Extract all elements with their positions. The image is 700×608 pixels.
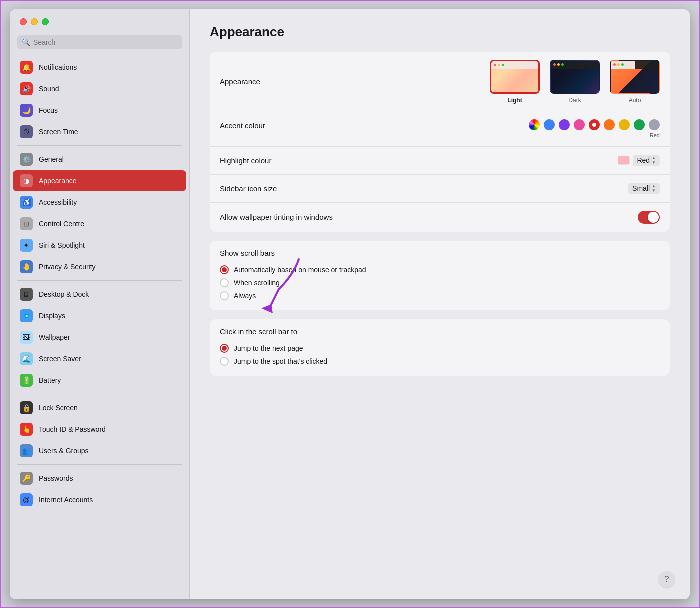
sidebar-item-label-screensaver: Screen Saver: [39, 355, 82, 363]
sidebar-item-focus[interactable]: 🌙Focus: [13, 100, 186, 121]
sidebar-item-users[interactable]: 👥Users & Groups: [13, 440, 186, 461]
sidebar-divider: [17, 280, 182, 281]
accent-dot-purple[interactable]: [559, 119, 570, 130]
page-title: Appearance: [210, 24, 670, 40]
scroll-bars-option-scrolling[interactable]: When scrolling: [220, 276, 660, 289]
radio-label-click-spot: Jump to the spot that's clicked: [234, 357, 328, 365]
sidebar-item-label-wallpaper: Wallpaper: [39, 333, 70, 341]
sidebar-item-notifications[interactable]: 🔔Notifications: [13, 57, 186, 78]
sidebar-item-general[interactable]: ⚙️General: [13, 149, 186, 170]
sidebar-divider: [17, 394, 182, 394]
radio-label-click-next: Jump to the next page: [234, 344, 304, 352]
appearance-option-auto[interactable]: Auto: [610, 60, 660, 104]
accent-dot-green[interactable]: [634, 119, 645, 130]
click-scroll-bar-section: Click in the scroll bar to Jump to the n…: [210, 319, 670, 376]
sidebar-item-controlcentre[interactable]: ⊡Control Centre: [13, 213, 186, 234]
sidebar-item-label-sound: Sound: [39, 85, 59, 93]
accent-dot-red[interactable]: [589, 119, 600, 130]
appearance-thumb-dark[interactable]: [550, 60, 600, 94]
accent-dot-pink[interactable]: [574, 119, 585, 130]
sidebar-item-label-internet: Internet Accounts: [39, 496, 93, 504]
sidebar-item-sound[interactable]: 🔊Sound: [13, 78, 186, 99]
accent-dot-blue[interactable]: [544, 119, 555, 130]
sidebar-divider: [17, 464, 182, 465]
sidebar-item-label-screentime: Screen Time: [39, 128, 78, 136]
sidebar-item-displays[interactable]: 💠Displays: [13, 305, 186, 326]
scroll-bars-option-auto[interactable]: Automatically based on mouse or trackpad: [220, 263, 660, 276]
appearance-option-light[interactable]: Light: [490, 60, 540, 104]
select-arrows-icon2: ▲ ▼: [652, 184, 656, 193]
scroll-bars-option-always[interactable]: Always: [220, 289, 660, 302]
close-button[interactable]: [20, 18, 27, 25]
sidebar-icon-size-select[interactable]: Small ▲ ▼: [628, 183, 660, 194]
system-settings-window: 🔍 🔔Notifications🔊Sound🌙Focus⏱Screen Time…: [10, 9, 690, 599]
highlight-control: Red ▲ ▼: [618, 155, 660, 166]
sidebar-item-siri[interactable]: ✦Siri & Spotlight: [13, 235, 186, 256]
sidebar-item-wallpaper[interactable]: 🖼Wallpaper: [13, 327, 186, 348]
appearance-thumb-auto[interactable]: [610, 60, 660, 94]
sidebar-item-screensaver[interactable]: 🌊Screen Saver: [13, 348, 186, 369]
help-button[interactable]: ?: [659, 571, 675, 587]
accent-dot-multicolor[interactable]: [529, 119, 540, 130]
search-bar[interactable]: 🔍: [17, 35, 182, 49]
sidebar-item-appearance[interactable]: ◑Appearance: [13, 170, 186, 191]
desktop-icon: 🖥: [20, 288, 33, 301]
radio-label-scrolling: When scrolling: [234, 279, 280, 287]
search-input[interactable]: [34, 38, 178, 46]
toggle-knob: [648, 212, 659, 223]
focus-icon: 🌙: [20, 104, 33, 117]
highlight-colour-select[interactable]: Red ▲ ▼: [633, 155, 660, 166]
sidebar-icon-size-value: Small: [632, 184, 650, 192]
fullscreen-button[interactable]: [42, 18, 49, 25]
help-icon: ?: [665, 575, 670, 584]
sidebar-item-accessibility[interactable]: ♿Accessibility: [13, 192, 186, 213]
sidebar-item-label-desktop: Desktop & Dock: [39, 290, 89, 298]
sound-icon: 🔊: [20, 82, 33, 95]
wallpaper-tinting-toggle[interactable]: [638, 211, 660, 224]
radio-btn-scrolling[interactable]: [220, 278, 229, 287]
select-arrows-icon: ▲ ▼: [652, 156, 656, 165]
radio-btn-always[interactable]: [220, 291, 229, 300]
sidebar-item-privacy[interactable]: 🤚Privacy & Security: [13, 256, 186, 277]
sidebar-item-lockscreen[interactable]: 🔒Lock Screen: [13, 397, 186, 418]
sidebar-item-label-touchid: Touch ID & Password: [39, 425, 106, 433]
sidebar-item-passwords[interactable]: 🔑Passwords: [13, 468, 186, 489]
sidebar-item-desktop[interactable]: 🖥Desktop & Dock: [13, 284, 186, 305]
sidebar-item-screentime[interactable]: ⏱Screen Time: [13, 121, 186, 142]
radio-btn-click-spot[interactable]: [220, 357, 229, 366]
sidebar-item-label-focus: Focus: [39, 106, 58, 114]
sidebar-item-label-lockscreen: Lock Screen: [39, 404, 78, 412]
accent-dot-orange[interactable]: [604, 119, 615, 130]
highlight-colour-row: Highlight colour Red ▲ ▼: [210, 147, 670, 175]
accent-dot-yellow[interactable]: [619, 119, 630, 130]
sidebar-item-label-accessibility: Accessibility: [39, 198, 77, 206]
users-icon: 👥: [20, 444, 33, 457]
sidebar-item-battery[interactable]: 🔋Battery: [13, 370, 186, 391]
sidebar-item-internet[interactable]: @Internet Accounts: [13, 489, 186, 510]
minimize-button[interactable]: [31, 18, 38, 25]
radio-btn-click-next[interactable]: [220, 344, 229, 353]
click-scroll-option-next[interactable]: Jump to the next page: [220, 342, 660, 355]
search-icon: 🔍: [22, 38, 30, 46]
screensaver-icon: 🌊: [20, 352, 33, 365]
appearance-label-dark: Dark: [568, 97, 581, 104]
appearance-thumb-light[interactable]: [490, 60, 540, 94]
radio-label-auto: Automatically based on mouse or trackpad: [234, 266, 366, 274]
appearance-card: Appearance Light: [210, 52, 670, 232]
wallpaper-tinting-row: Allow wallpaper tinting in windows: [210, 203, 670, 232]
sidebar-item-label-displays: Displays: [39, 312, 66, 320]
sidebar-item-touchid[interactable]: 👆Touch ID & Password: [13, 419, 186, 440]
sidebar: 🔍 🔔Notifications🔊Sound🌙Focus⏱Screen Time…: [10, 9, 190, 599]
sidebar-item-label-appearance: Appearance: [39, 177, 77, 185]
highlight-swatch: [618, 156, 630, 165]
accent-row: [529, 119, 660, 130]
appearance-option-dark[interactable]: Dark: [550, 60, 600, 104]
appearance-icon: ◑: [20, 174, 33, 187]
sidebar-items-container: 🔔Notifications🔊Sound🌙Focus⏱Screen Time⚙️…: [10, 56, 190, 511]
sidebar-divider: [17, 145, 182, 146]
lockscreen-icon: 🔒: [20, 401, 33, 414]
radio-btn-auto[interactable]: [220, 265, 229, 274]
accent-dot-graphite[interactable]: [649, 119, 660, 130]
click-scroll-option-spot[interactable]: Jump to the spot that's clicked: [220, 355, 660, 368]
privacy-icon: 🤚: [20, 260, 33, 273]
